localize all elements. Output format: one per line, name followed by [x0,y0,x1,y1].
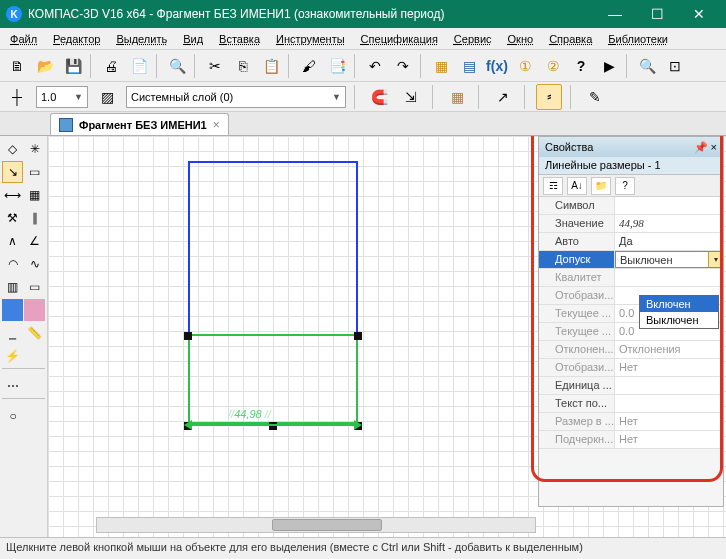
menu-tools[interactable]: Инструменты [268,31,353,47]
paste-icon[interactable]: 📋 [258,53,284,79]
tolerance-dropdown[interactable]: Включен Выключен [639,295,719,329]
menu-insert[interactable]: Вставка [211,31,268,47]
grid-icon[interactable]: ▦ [444,84,470,110]
prop-help-icon[interactable]: ? [615,177,635,195]
tool-arc[interactable]: ◠ [2,253,23,275]
layers-icon[interactable]: ▨ [94,84,120,110]
zoom-extents-icon[interactable]: ⊡ [662,53,688,79]
menu-edit[interactable]: Редактор [45,31,108,47]
tool-blue[interactable] [2,299,23,321]
undo-icon[interactable]: ↶ [362,53,388,79]
tool-flash[interactable]: ⚡ [2,345,23,367]
canvas[interactable]: //44,98 // Свойства 📌 × Линейные размеры… [48,136,726,537]
vars-icon[interactable]: ▤ [456,53,482,79]
new-icon[interactable]: 🗎 [4,53,30,79]
tool-dim[interactable]: ⟷ [2,184,23,206]
property-value[interactable]: Нет [615,359,723,376]
menu-service[interactable]: Сервис [446,31,500,47]
property-value[interactable] [615,269,723,286]
property-row[interactable]: Размер в ...Нет [539,413,723,431]
edit-icon[interactable]: ✎ [582,84,608,110]
library-icon[interactable]: ▦ [428,53,454,79]
property-value[interactable]: Да [615,233,723,250]
tool-pink[interactable] [24,299,45,321]
dropdown-option-off[interactable]: Выключен [640,312,718,328]
ortho-icon[interactable]: ┼ [4,84,30,110]
tool-rect[interactable]: ▭ [24,276,45,298]
tool-line[interactable]: ↘ [2,161,23,183]
param2-icon[interactable]: ② [540,53,566,79]
green-rectangle-selected[interactable] [188,334,358,424]
cut-icon[interactable]: ✂ [202,53,228,79]
pdf-icon[interactable]: 🔍 [164,53,190,79]
tool-angle[interactable]: ∠ [24,230,45,252]
tool-curve[interactable]: ∿ [24,253,45,275]
property-row[interactable]: Отобрази...Нет [539,359,723,377]
tool-circle[interactable]: ○ [2,405,24,427]
redo-icon[interactable]: ↷ [390,53,416,79]
selection-handle[interactable] [184,332,192,340]
minimize-button[interactable]: — [594,3,636,25]
dimension-text[interactable]: //44,98 // [228,400,271,423]
zoom-in-icon[interactable]: 🔍 [634,53,660,79]
scroll-thumb[interactable] [272,519,382,531]
open-icon[interactable]: 📂 [32,53,58,79]
fx-icon[interactable]: f(x) [484,53,510,79]
menu-file[interactable]: Файл [2,31,45,47]
properties-icon[interactable]: 📑 [324,53,350,79]
save-icon[interactable]: 💾 [60,53,86,79]
tool-dashline[interactable]: ⋯ [2,375,24,397]
ortho-toggle-icon[interactable]: ⸗ [536,84,562,110]
property-value[interactable]: Нет [615,413,723,430]
property-row[interactable]: Подчеркн...Нет [539,431,723,449]
preview-icon[interactable]: 📄 [126,53,152,79]
prop-sort-icon[interactable]: A↓ [567,177,587,195]
tool-hatch[interactable]: ▦ [24,184,45,206]
tool-axis[interactable]: ∧ [2,230,23,252]
axis-icon[interactable]: ⇲ [398,84,424,110]
dimension-line[interactable] [188,424,358,426]
property-row[interactable]: Квалитет [539,269,723,287]
property-row[interactable]: Текст по... [539,395,723,413]
menu-window[interactable]: Окно [500,31,542,47]
dropdown-button[interactable]: ▾ [708,252,722,267]
doc-tab-active[interactable]: Фрагмент БЕЗ ИМЕНИ1 × [50,113,229,135]
param1-icon[interactable]: ① [512,53,538,79]
menu-help[interactable]: Справка [541,31,600,47]
blue-rectangle[interactable] [188,161,358,336]
snap-icon[interactable]: ↗ [490,84,516,110]
property-value[interactable] [615,377,723,394]
layer-combo[interactable]: Системный слой (0) ▼ [126,86,346,108]
copy-icon[interactable]: ⎘ [230,53,256,79]
property-value[interactable]: Нет [615,431,723,448]
scale-combo[interactable]: 1.0 ▼ [36,86,88,108]
selection-handle[interactable] [354,332,362,340]
property-value[interactable]: Выключен▾ [615,251,723,268]
tool-geo2[interactable]: ✳ [24,138,45,160]
tool-table[interactable]: ▥ [2,276,23,298]
close-button[interactable]: ✕ [678,3,720,25]
property-value[interactable] [615,197,723,214]
tool-parallel[interactable]: ∥ [24,207,45,229]
menu-select[interactable]: Выделить [108,31,175,47]
properties-title[interactable]: Свойства 📌 × [539,137,723,157]
tab-close-icon[interactable]: × [213,118,220,132]
tool-select[interactable]: ▭ [24,161,45,183]
property-row[interactable]: ДопускВыключен▾ [539,251,723,269]
tool-segment[interactable]: ⎯ [2,322,23,344]
dropdown-option-on[interactable]: Включен [640,296,718,312]
property-row[interactable]: АвтоДа [539,233,723,251]
property-value[interactable]: 44,98 [615,215,723,232]
tool-geo1[interactable]: ◇ [2,138,23,160]
prop-categorize-icon[interactable]: ☶ [543,177,563,195]
prop-folder-icon[interactable]: 📁 [591,177,611,195]
maximize-button[interactable]: ☐ [636,3,678,25]
help-icon[interactable]: ? [568,53,594,79]
menu-view[interactable]: Вид [175,31,211,47]
horizontal-scrollbar[interactable] [96,517,536,533]
property-row[interactable]: Значение44,98 [539,215,723,233]
property-value[interactable]: Отклонения [615,341,723,358]
property-row[interactable]: Символ [539,197,723,215]
run-icon[interactable]: ▶ [596,53,622,79]
magnet-icon[interactable]: 🧲 [366,84,392,110]
